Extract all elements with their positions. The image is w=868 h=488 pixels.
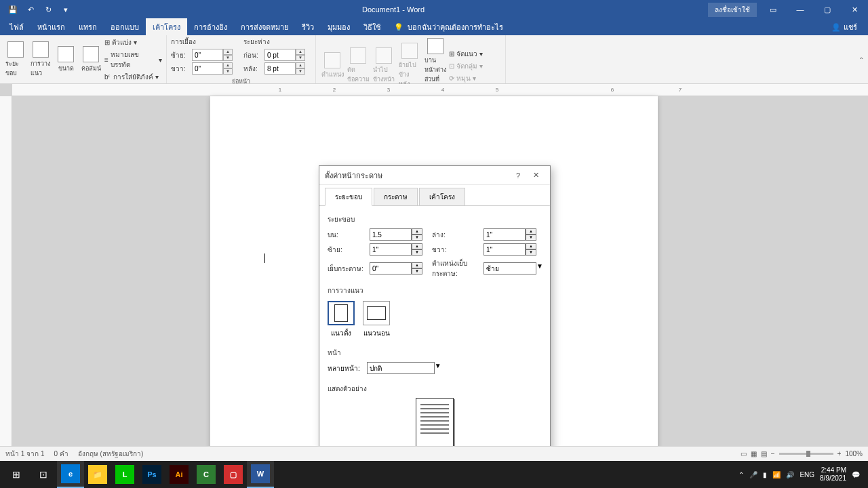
margins-section-label: ระยะขอบ — [328, 214, 542, 224]
spacing-after-spinner[interactable]: ▲▼ — [264, 62, 305, 75]
indent-left-spinner[interactable]: ▲▼ — [192, 49, 233, 61]
align-button[interactable]: ⊞ จัดแนว ▾ — [449, 48, 483, 60]
dialog-title: ตั้งค่าหน้ากระดาษ — [325, 169, 509, 182]
tab-insert[interactable]: แทรก — [72, 18, 104, 36]
word-count[interactable]: 0 คำ — [54, 449, 68, 459]
rotate-button: ⟳ หมุน ▾ — [449, 73, 483, 84]
zoom-in-button[interactable]: + — [837, 450, 842, 458]
top-margin-input[interactable]: ▲▼ — [370, 228, 428, 241]
horizontal-ruler[interactable]: 1234567 — [12, 84, 868, 96]
share-button[interactable]: 👤 แชร์ — [831, 21, 857, 33]
task-view-button[interactable]: ⊡ — [30, 461, 57, 488]
camtasia-icon[interactable]: C — [193, 461, 220, 488]
dialog-tab-layout[interactable]: เค้าโครง — [419, 188, 465, 205]
save-button[interactable]: 💾 — [5, 2, 20, 17]
photoshop-icon[interactable]: Ps — [138, 461, 165, 488]
tray-clock[interactable]: 2:44 PM 8/9/2021 — [820, 466, 846, 483]
zoom-level[interactable]: 100% — [845, 450, 863, 458]
right-margin-input[interactable]: ▲▼ — [484, 243, 542, 256]
tray-notifications-icon[interactable]: 💬 — [852, 471, 860, 479]
view-read-icon[interactable]: ▭ — [741, 450, 747, 458]
tray-volume-icon[interactable]: 🔊 — [786, 471, 794, 479]
spacing-title: ระยะห่าง — [243, 37, 305, 47]
size-label: ขนาด — [58, 64, 74, 73]
tray-language[interactable]: ENG — [800, 471, 814, 479]
ribbon-options-icon[interactable]: ▭ — [760, 0, 787, 19]
undo-button[interactable]: ↶ — [23, 2, 38, 17]
view-print-icon[interactable]: ▦ — [751, 450, 757, 458]
tray-wifi-icon[interactable]: 📶 — [772, 471, 781, 479]
gutter-label: เย็บกระดาษ: — [328, 264, 366, 274]
zoom-slider[interactable] — [779, 453, 833, 455]
position-button: ตำแหน่ง — [320, 51, 344, 81]
dialog-close-button[interactable]: ✕ — [527, 171, 545, 180]
text-cursor — [264, 253, 265, 263]
tab-file[interactable]: ไฟล์ — [3, 18, 31, 36]
tab-design[interactable]: ออกแบบ — [104, 18, 146, 36]
tray-mic-icon[interactable]: 🎤 — [749, 471, 757, 479]
minimize-button[interactable]: — — [787, 0, 814, 19]
page-indicator[interactable]: หน้า 1 จาก 1 — [5, 449, 44, 459]
bottom-label: ล่าง: — [432, 230, 479, 240]
spacing-before-spinner[interactable]: ▲▼ — [264, 49, 305, 61]
hyphenation-button[interactable]: bᶜ การใส่ยัติภังค์ ▾ — [104, 71, 162, 83]
maximize-button[interactable]: ▢ — [814, 0, 841, 19]
qat-customize[interactable]: ▾ — [58, 2, 73, 17]
portrait-button[interactable]: แนวตั้ง — [328, 301, 355, 338]
explorer-icon[interactable]: 📁 — [84, 461, 111, 488]
columns-button[interactable]: คอลัมน์ — [79, 45, 103, 75]
multiple-pages-label: หลายหน้า: — [328, 363, 360, 373]
indent-right-spinner[interactable]: ▲▼ — [192, 62, 233, 75]
ribbon: ระยะ ขอบ การวาง แนว ขนาด คอลัมน์ ⊞ ตัวแบ… — [0, 35, 868, 84]
orientation-label: การวาง แนว — [31, 59, 52, 78]
collapse-ribbon-icon[interactable]: ⌃ — [859, 56, 864, 63]
gutter-input[interactable]: ▲▼ — [370, 262, 428, 274]
bottom-margin-input[interactable]: ▲▼ — [484, 228, 542, 241]
tab-mailings[interactable]: การส่งจดหมาย — [234, 18, 295, 36]
ribbon-tabs: ไฟล์ หน้าแรก แทรก ออกแบบ เค้าโครง การอ้า… — [0, 19, 868, 35]
dialog-tab-paper[interactable]: กระดาษ — [374, 188, 418, 205]
word-icon[interactable]: W — [247, 461, 274, 488]
left-label: ซ้าย: — [328, 245, 366, 255]
zoom-out-button[interactable]: − — [771, 450, 775, 458]
landscape-button[interactable]: แนวนอน — [363, 301, 390, 338]
right-label: ขวา: — [432, 245, 479, 255]
tell-me-search[interactable]: 💡 บอกฉันว่าคุณต้องการทำอะไร — [394, 21, 503, 33]
left-margin-input[interactable]: ▲▼ — [370, 243, 428, 256]
view-web-icon[interactable]: ▤ — [761, 450, 767, 458]
start-button[interactable]: ⊞ — [3, 461, 30, 488]
tab-layout[interactable]: เค้าโครง — [146, 18, 187, 36]
titlebar: 💾 ↶ ↻ ▾ Document1 - Word ลงชื่อเข้าใช้ ▭… — [0, 0, 868, 19]
statusbar: หน้า 1 จาก 1 0 คำ อังกฤษ (สหรัฐอเมริกา) … — [0, 446, 868, 461]
preview-thumbnail — [416, 398, 454, 449]
close-button[interactable]: ✕ — [841, 0, 868, 19]
line-numbers-button[interactable]: ≡ หมายเลขบรรทัด ▾ — [104, 49, 162, 70]
app-icon[interactable]: ▢ — [220, 461, 247, 488]
size-button[interactable]: ขนาด — [54, 45, 78, 75]
tab-review[interactable]: รีวิว — [295, 18, 321, 36]
redo-button[interactable]: ↻ — [41, 2, 56, 17]
multiple-pages-select[interactable]: ▼ — [367, 362, 448, 374]
line-icon[interactable]: L — [111, 461, 138, 488]
tab-view[interactable]: มุมมอง — [321, 18, 357, 36]
tray-chevron-icon[interactable]: ⌃ — [738, 471, 744, 479]
dialog-help-button[interactable]: ? — [509, 171, 527, 180]
language-indicator[interactable]: อังกฤษ (สหรัฐอเมริกา) — [78, 449, 143, 459]
signin-button[interactable]: ลงชื่อเข้าใช้ — [708, 3, 757, 17]
tab-help[interactable]: วิธีใช้ — [357, 18, 387, 36]
share-label: แชร์ — [844, 21, 857, 33]
breaks-button[interactable]: ⊞ ตัวแบ่ง ▾ — [104, 37, 162, 48]
margins-button[interactable]: ระยะ ขอบ — [4, 40, 28, 79]
tab-home[interactable]: หน้าแรก — [31, 18, 72, 36]
gutter-position-select[interactable]: ▼ — [484, 262, 542, 274]
dialog-tab-margins[interactable]: ระยะขอบ — [325, 188, 372, 206]
tray-battery-icon[interactable]: ▮ — [763, 471, 767, 479]
edge-icon[interactable]: e — [57, 461, 84, 488]
illustrator-icon[interactable]: Ai — [165, 461, 193, 488]
orientation-section-label: การวางแนว — [328, 285, 542, 296]
margins-label: ระยะ ขอบ — [5, 59, 26, 78]
columns-label: คอลัมน์ — [81, 64, 101, 73]
tab-references[interactable]: การอ้างอิง — [187, 18, 234, 36]
vertical-ruler[interactable] — [0, 96, 12, 450]
orientation-button[interactable]: การวาง แนว — [29, 40, 53, 79]
